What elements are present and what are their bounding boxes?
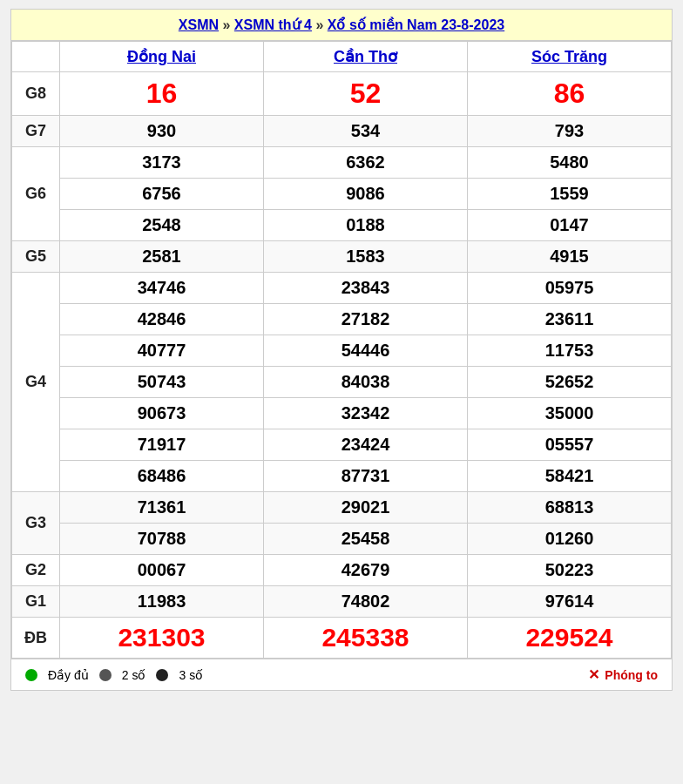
table-row-db: ĐB 231303 245338 229524 — [12, 618, 672, 659]
g8-v3: 86 — [468, 72, 672, 116]
db-v3: 229524 — [468, 618, 672, 659]
g4-r5-v1: 90673 — [60, 398, 264, 429]
table-row-g5: G5 2581 1583 4915 — [12, 241, 672, 273]
table-row-g4-7: 68486 87731 58421 — [12, 461, 672, 492]
col2-header[interactable]: Cần Thơ — [264, 42, 468, 72]
expand-icon: ✕ — [588, 666, 599, 683]
table-row-g4-5: 90673 32342 35000 — [12, 398, 672, 429]
g4-r1-v1: 34746 — [60, 273, 264, 304]
g8-v2: 52 — [264, 72, 468, 116]
prize-label-g3: G3 — [12, 492, 60, 555]
table-row-g1: G1 11983 74802 97614 — [12, 586, 672, 618]
page-title[interactable]: Xổ số miền Nam 23-8-2023 — [328, 17, 504, 32]
g1-v2: 74802 — [264, 586, 468, 618]
g3-r2-v3: 01260 — [468, 524, 672, 555]
g6-r1-v1: 3173 — [60, 147, 264, 179]
g3-r1-v2: 29021 — [264, 492, 468, 524]
g6-r1-v3: 5480 — [468, 147, 672, 179]
col1-header[interactable]: Đồng Nai — [60, 42, 264, 72]
g3-r1-v1: 71361 — [60, 492, 264, 524]
page-footer: Đầy đủ 2 số 3 số ✕ Phóng to — [11, 659, 672, 690]
g4-r6-v1: 71917 — [60, 429, 264, 461]
g4-r3-v3: 11753 — [468, 335, 672, 367]
g3-r2-v1: 70788 — [60, 524, 264, 555]
g4-r3-v1: 40777 — [60, 335, 264, 367]
table-row-g4-4: 50743 84038 52652 — [12, 367, 672, 398]
g5-v3: 4915 — [468, 241, 672, 273]
g6-r3-v1: 2548 — [60, 210, 264, 241]
g2-v3: 50223 — [468, 555, 672, 586]
table-row-g4-2: 42846 27182 23611 — [12, 304, 672, 335]
prize-label-g5: G5 — [12, 241, 60, 273]
g1-v1: 11983 — [60, 586, 264, 618]
table-row-g4-6: 71917 23424 05557 — [12, 429, 672, 461]
g4-r5-v3: 35000 — [468, 398, 672, 429]
g7-v3: 793 — [468, 116, 672, 147]
sep1: » — [223, 17, 234, 32]
g6-r2-v2: 9086 — [264, 179, 468, 210]
g2-v1: 00067 — [60, 555, 264, 586]
dot-gray-icon — [99, 669, 112, 681]
main-container: XSMN » XSMN thứ 4 » Xổ số miền Nam 23-8-… — [10, 9, 673, 691]
table-row-g6-1: G6 3173 6362 5480 — [12, 147, 672, 179]
table-row-g4-3: 40777 54446 11753 — [12, 335, 672, 367]
table-row-g4-1: G4 34746 23843 05975 — [12, 273, 672, 304]
g6-r3-v3: 0147 — [468, 210, 672, 241]
day-du-label: Đầy đủ — [48, 668, 89, 682]
g5-v2: 1583 — [264, 241, 468, 273]
g4-r2-v2: 27182 — [264, 304, 468, 335]
g7-v1: 930 — [60, 116, 264, 147]
g4-r1-v2: 23843 — [264, 273, 468, 304]
table-row-g8: G8 16 52 86 — [12, 72, 672, 116]
g6-r2-v3: 1559 — [468, 179, 672, 210]
footer-legend: Đầy đủ 2 số 3 số — [25, 668, 203, 682]
prize-label-db: ĐB — [12, 618, 60, 659]
g6-r3-v2: 0188 — [264, 210, 468, 241]
g2-v2: 42679 — [264, 555, 468, 586]
g7-v2: 534 — [264, 116, 468, 147]
prize-label-g7: G7 — [12, 116, 60, 147]
g4-r4-v1: 50743 — [60, 367, 264, 398]
g3-r2-v2: 25458 — [264, 524, 468, 555]
label-col-header — [12, 42, 60, 72]
prize-label-g1: G1 — [12, 586, 60, 618]
phong-to-button[interactable]: ✕ Phóng to — [588, 666, 658, 683]
g4-r3-v2: 54446 — [264, 335, 468, 367]
prize-label-g2: G2 — [12, 555, 60, 586]
col3-header[interactable]: Sóc Trăng — [468, 42, 672, 72]
phong-to-label: Phóng to — [605, 668, 658, 682]
hai-so-label: 2 số — [122, 668, 146, 682]
dot-green-icon — [25, 669, 37, 681]
table-row-g2: G2 00067 42679 50223 — [12, 555, 672, 586]
dot-dark-icon — [156, 669, 168, 681]
lottery-table: Đồng Nai Cần Thơ Sóc Trăng G8 16 52 86 G… — [11, 41, 672, 659]
xsmn-link[interactable]: XSMN — [179, 17, 219, 32]
xsmn-thu4-link[interactable]: XSMN thứ 4 — [234, 17, 312, 32]
g6-r2-v1: 6756 — [60, 179, 264, 210]
g4-r5-v2: 32342 — [264, 398, 468, 429]
table-row-g3-1: G3 71361 29021 68813 — [12, 492, 672, 524]
prize-label-g8: G8 — [12, 72, 60, 116]
g3-r1-v3: 68813 — [468, 492, 672, 524]
g4-r6-v2: 23424 — [264, 429, 468, 461]
g4-r2-v1: 42846 — [60, 304, 264, 335]
ba-so-label: 3 số — [179, 668, 203, 682]
g4-r1-v3: 05975 — [468, 273, 672, 304]
prize-label-g6: G6 — [12, 147, 60, 241]
db-v1: 231303 — [60, 618, 264, 659]
g8-v1: 16 — [60, 72, 264, 116]
g4-r7-v1: 68486 — [60, 461, 264, 492]
prize-label-g4: G4 — [12, 273, 60, 492]
g5-v1: 2581 — [60, 241, 264, 273]
g4-r4-v3: 52652 — [468, 367, 672, 398]
g1-v3: 97614 — [468, 586, 672, 618]
table-row-g3-2: 70788 25458 01260 — [12, 524, 672, 555]
g4-r7-v3: 58421 — [468, 461, 672, 492]
g4-r6-v3: 05557 — [468, 429, 672, 461]
sep2: » — [315, 17, 327, 32]
page-header: XSMN » XSMN thứ 4 » Xổ số miền Nam 23-8-… — [11, 10, 672, 41]
g4-r7-v2: 87731 — [264, 461, 468, 492]
table-row-g6-3: 2548 0188 0147 — [12, 210, 672, 241]
g4-r2-v3: 23611 — [468, 304, 672, 335]
g6-r1-v2: 6362 — [264, 147, 468, 179]
